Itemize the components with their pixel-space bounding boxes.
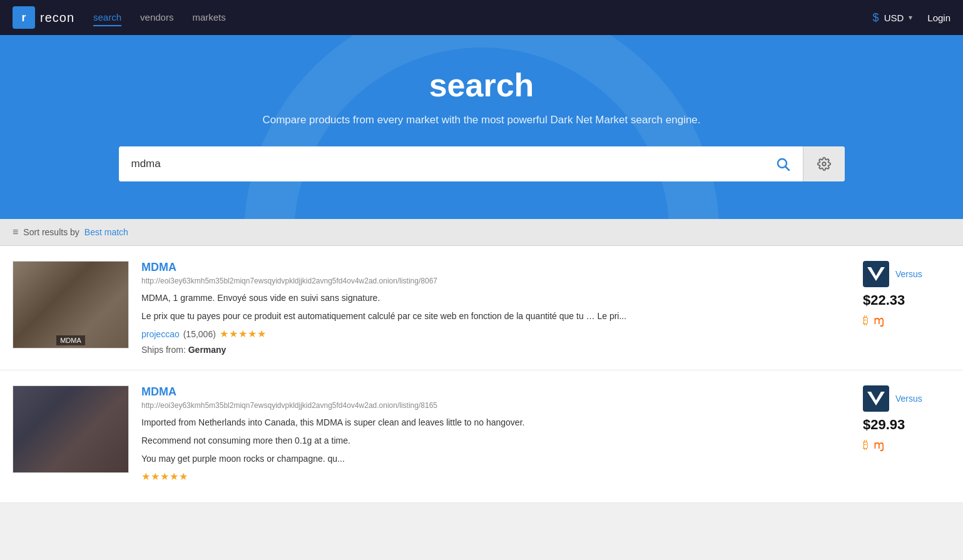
crypto-icons-2: ₿ ɱ bbox=[863, 438, 885, 452]
navbar: r recon search vendors markets $ USD ▾ L… bbox=[0, 0, 963, 35]
svg-marker-3 bbox=[867, 267, 885, 281]
crypto-icons-1: ₿ ɱ bbox=[863, 313, 885, 327]
result-image-placeholder-1: MDMA bbox=[13, 262, 128, 348]
result-price-1: $22.33 bbox=[863, 292, 905, 308]
currency-icon: $ bbox=[873, 11, 879, 24]
sort-bar: ≡ Sort results by Best match bbox=[0, 219, 963, 246]
svg-marker-4 bbox=[867, 392, 885, 405]
result-ships-1: Ships from: Germany bbox=[141, 345, 850, 355]
result-description1-1: MDMA, 1 gramme. Envoyé sous vide en suiv… bbox=[141, 292, 850, 305]
result-title-2[interactable]: MDMA bbox=[141, 385, 850, 399]
hero-section: search Compare products from every marke… bbox=[0, 35, 963, 219]
result-image-placeholder-2 bbox=[13, 386, 128, 472]
gear-icon bbox=[817, 157, 831, 171]
result-ships-from-1: Germany bbox=[188, 345, 227, 355]
results-container: MDMA MDMA http://eoi3ey63kmh5m35bl2miqn7… bbox=[0, 246, 963, 503]
login-button[interactable]: Login bbox=[927, 13, 950, 23]
currency-dropdown-icon[interactable]: ▾ bbox=[909, 13, 912, 22]
result-reviews-1: (15,006) bbox=[183, 329, 216, 339]
svg-point-2 bbox=[822, 162, 826, 166]
currency-label: USD bbox=[884, 13, 904, 23]
result-vendor-1[interactable]: projeccao bbox=[141, 329, 180, 339]
nav-right: $ USD ▾ Login bbox=[873, 11, 950, 24]
search-submit-button[interactable] bbox=[763, 146, 803, 181]
monero-icon-1: ɱ bbox=[874, 313, 885, 327]
result-content-2: MDMA http://eoi3ey63kmh5m35bl2miqn7ewsqy… bbox=[141, 385, 850, 487]
sort-label: Sort results by bbox=[23, 227, 79, 237]
result-description1-2: Imported from Netherlands into Canada, t… bbox=[141, 416, 850, 429]
result-stars-1: ★★★★★ bbox=[220, 328, 267, 340]
monero-icon-2: ɱ bbox=[874, 438, 885, 452]
nav-link-search[interactable]: search bbox=[93, 9, 121, 26]
hero-subtitle: Compare products from every market with … bbox=[13, 114, 950, 126]
versus-logo-icon-2 bbox=[867, 392, 885, 405]
search-bar-wrapper bbox=[119, 146, 845, 181]
result-price-col-2: Versus $29.93 ₿ ɱ bbox=[863, 385, 950, 452]
market-name-2[interactable]: Versus bbox=[895, 394, 922, 404]
search-input[interactable] bbox=[119, 146, 763, 181]
result-meta-2: ★★★★★ bbox=[141, 471, 850, 482]
market-badge-1 bbox=[863, 261, 889, 287]
logo-icon: r bbox=[13, 6, 35, 29]
hero-title: search bbox=[13, 66, 950, 104]
search-settings-button[interactable] bbox=[803, 146, 845, 181]
market-header-2: Versus bbox=[863, 385, 922, 412]
result-item: MDMA MDMA http://eoi3ey63kmh5m35bl2miqn7… bbox=[0, 246, 963, 370]
svg-line-1 bbox=[785, 167, 789, 171]
result-description3-2: You may get purple moon rocks or champag… bbox=[141, 452, 850, 466]
nav-link-vendors[interactable]: vendors bbox=[140, 9, 173, 26]
result-description2-2: Recommend not consuming more then 0.1g a… bbox=[141, 434, 850, 447]
result-image-label-1: MDMA bbox=[56, 335, 85, 345]
logo-text: recon bbox=[40, 11, 74, 25]
bitcoin-icon-1: ₿ bbox=[863, 314, 869, 327]
result-price-col-1: Versus $22.33 ₿ ɱ bbox=[863, 261, 950, 327]
search-icon bbox=[775, 156, 790, 171]
result-meta-1: projeccao (15,006) ★★★★★ bbox=[141, 328, 850, 340]
result-image-2 bbox=[13, 385, 129, 473]
result-image-1: MDMA bbox=[13, 261, 129, 349]
result-url-1: http://eoi3ey63kmh5m35bl2miqn7ewsqyidvpk… bbox=[141, 277, 850, 285]
result-item-2: MDMA http://eoi3ey63kmh5m35bl2miqn7ewsqy… bbox=[0, 370, 963, 503]
sort-value[interactable]: Best match bbox=[84, 227, 128, 237]
market-badge-2 bbox=[863, 385, 889, 412]
result-url-2: http://eoi3ey63kmh5m35bl2miqn7ewsqyidvpk… bbox=[141, 401, 850, 410]
result-description2-1: Le prix que tu payes pour ce produit est… bbox=[141, 310, 850, 323]
search-bar bbox=[119, 146, 845, 181]
sort-icon: ≡ bbox=[13, 227, 18, 238]
market-name-1[interactable]: Versus bbox=[895, 269, 922, 279]
result-price-2: $29.93 bbox=[863, 417, 905, 433]
result-content-1: MDMA http://eoi3ey63kmh5m35bl2miqn7ewsqy… bbox=[141, 261, 850, 355]
nav-links: search vendors markets bbox=[93, 9, 873, 26]
market-header-1: Versus bbox=[863, 261, 922, 287]
result-stars-2: ★★★★★ bbox=[141, 471, 188, 482]
bitcoin-icon-2: ₿ bbox=[863, 439, 869, 452]
versus-logo-icon bbox=[867, 267, 885, 281]
nav-link-markets[interactable]: markets bbox=[192, 9, 225, 26]
result-title-1[interactable]: MDMA bbox=[141, 261, 850, 274]
logo[interactable]: r recon bbox=[13, 6, 74, 29]
